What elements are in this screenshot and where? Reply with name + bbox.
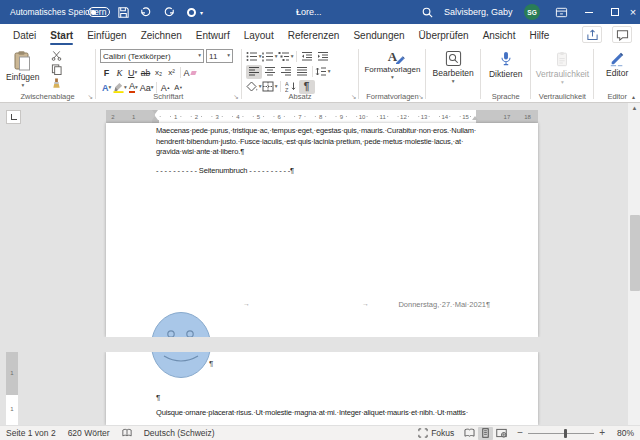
ribbon-tab[interactable]: Referenzen [281, 24, 347, 46]
paragraph-line[interactable]: gravida·wisi·ante·at·libero.¶ [156, 147, 244, 158]
ribbon-tab[interactable]: Entwurf [189, 24, 237, 46]
styles-label: Formatvorlagen [364, 65, 420, 74]
save-icon[interactable] [114, 0, 132, 24]
ruler-number: 2 [192, 114, 200, 120]
dialog-launcher-icon[interactable]: ↘ [233, 93, 238, 101]
date-text[interactable]: Donnerstag,·27.·Mai·2021¶ [376, 300, 490, 309]
ribbon-tab[interactable]: Sendungen [346, 24, 411, 46]
tab-stop-selector[interactable] [6, 110, 21, 124]
language-indicator[interactable]: Deutsch (Schweiz) [144, 428, 215, 438]
print-layout-button[interactable] [478, 427, 493, 440]
ribbon-tab[interactable]: Start [43, 24, 80, 46]
sensitivity-button[interactable]: Vertraulichkeit ▾ [533, 48, 591, 88]
line-spacing-button[interactable]: ▾ [315, 65, 331, 79]
ruler-number: 4 [234, 114, 242, 120]
font-size-value: 11 [209, 52, 217, 61]
maximize-button[interactable] [604, 0, 626, 24]
zoom-slider-thumb[interactable] [564, 429, 567, 438]
numbered-list-button[interactable]: ▾ [262, 50, 278, 64]
multilevel-list-button[interactable]: ▾ [278, 50, 294, 64]
horizontal-ruler[interactable]: 211234567891011121314151718 [106, 110, 538, 123]
font-name-combobox[interactable]: Calibri (Textkörper)▾ [100, 49, 204, 63]
read-mode-button[interactable] [462, 427, 477, 440]
zoom-level[interactable]: 80% [610, 428, 634, 438]
dictate-button[interactable]: Diktieren [483, 48, 529, 81]
quick-access-dropdown-icon[interactable]: ▾ [200, 0, 203, 24]
editor-button[interactable]: Editor [596, 48, 638, 80]
ribbon-display-options-icon[interactable] [552, 0, 570, 24]
subscript-button[interactable]: x₂ [152, 66, 165, 80]
page-break-mark[interactable]: - - - - - - - - - - Seitenumbruch - - - … [156, 166, 294, 177]
align-center-button[interactable] [262, 65, 278, 79]
dialog-launcher-icon[interactable]: ↘ [418, 93, 423, 101]
paragraph-line[interactable]: Maecenas·pede·purus,·tristique·ac,·tempu… [156, 126, 476, 137]
clear-formatting-label: A [184, 68, 190, 78]
format-painter-button[interactable] [48, 77, 66, 90]
close-button[interactable]: × [626, 0, 640, 24]
scroll-up-icon[interactable]: ▲ [628, 105, 640, 111]
font-size-combobox[interactable]: 11▾ [206, 49, 233, 63]
minimize-button[interactable] [578, 0, 600, 24]
paragraph-mark[interactable]: ¶ [209, 359, 213, 368]
styles-button[interactable]: A Formatvorlagen ▾ [361, 48, 423, 83]
copy-button[interactable] [48, 63, 66, 76]
zoom-in-button[interactable]: + [599, 428, 605, 438]
ribbon-tab[interactable]: Überprüfen [412, 24, 476, 46]
ribbon-tab[interactable]: Hilfe [522, 24, 556, 46]
redo-icon[interactable] [160, 0, 178, 24]
bold-button[interactable]: F [100, 66, 113, 80]
ribbon-tab[interactable]: Zeichnen [134, 24, 189, 46]
right-indent-marker[interactable] [472, 116, 478, 120]
scrollbar-thumb[interactable] [630, 215, 640, 291]
align-right-button[interactable] [278, 65, 294, 79]
clear-formatting-button[interactable]: A [183, 66, 196, 80]
dialog-launcher-icon[interactable]: ↘ [351, 93, 356, 101]
ruler-number: 1 [6, 370, 18, 376]
share-icon[interactable] [582, 26, 602, 43]
dialog-launcher-icon[interactable]: ↘ [88, 93, 93, 101]
autosave-toggle[interactable] [88, 7, 110, 17]
focus-mode-button[interactable]: Fokus [418, 428, 454, 438]
proofing-icon[interactable] [122, 428, 132, 438]
increase-indent-button[interactable] [315, 50, 331, 64]
page-indicator[interactable]: Seite 1 von 2 [6, 428, 56, 438]
user-name[interactable]: Salvisberg, Gaby [444, 0, 513, 24]
paste-button[interactable]: Einfügen ▾ [2, 48, 44, 91]
underline-button[interactable]: U▾ [126, 66, 139, 80]
web-layout-button[interactable] [494, 427, 509, 440]
ribbon-tab[interactable]: Datei [6, 24, 43, 46]
page-1[interactable]: Maecenas·pede·purus,·tristique·ac,·tempu… [106, 123, 538, 337]
chevron-down-icon: ▾ [108, 85, 111, 91]
ruler-number: 6 [275, 114, 283, 120]
ribbon-tab[interactable]: Ansicht [476, 24, 523, 46]
strikethrough-button[interactable]: ab [139, 66, 152, 80]
button-separator [180, 67, 181, 78]
ribbon-tab[interactable]: Layout [237, 24, 281, 46]
ribbon-tab[interactable]: Einfügen [80, 24, 133, 46]
date-line[interactable]: → → Donnerstag,·27.·Mai·2021¶ [106, 300, 538, 310]
italic-button[interactable]: K [113, 66, 126, 80]
editing-button[interactable]: Bearbeiten ▾ [428, 48, 478, 87]
clipboard-group-label: Zwischenablage [0, 92, 95, 101]
focus-icon [418, 428, 428, 438]
undo-icon[interactable] [136, 0, 154, 24]
avatar[interactable]: SG [524, 4, 540, 20]
vertical-scrollbar[interactable]: ▲ [627, 103, 640, 425]
word-count[interactable]: 620 Wörter [68, 428, 110, 438]
zoom-out-button[interactable]: − [517, 428, 523, 438]
collapse-ribbon-icon[interactable]: ▴ [632, 93, 635, 100]
paragraph-line[interactable]: hendrerit·bibendum·justo.·Fusce·iaculis,… [156, 137, 463, 148]
superscript-button[interactable]: x² [165, 66, 178, 80]
search-icon[interactable] [418, 0, 436, 24]
zoom-slider[interactable] [528, 433, 594, 434]
comments-icon[interactable] [612, 26, 632, 43]
decrease-indent-button[interactable] [299, 50, 315, 64]
first-line-indent-marker[interactable] [152, 110, 158, 114]
bullet-list-button[interactable]: ▾ [246, 50, 262, 64]
justify-button[interactable] [294, 65, 310, 79]
cut-button[interactable] [48, 49, 66, 62]
align-left-button[interactable] [246, 65, 262, 79]
circle-icon[interactable] [182, 0, 200, 24]
paragraph-mark[interactable]: ¶ [156, 393, 160, 402]
paragraph-line[interactable]: Quisque·ornare·placerat·risus.·Ut·molest… [156, 408, 468, 419]
